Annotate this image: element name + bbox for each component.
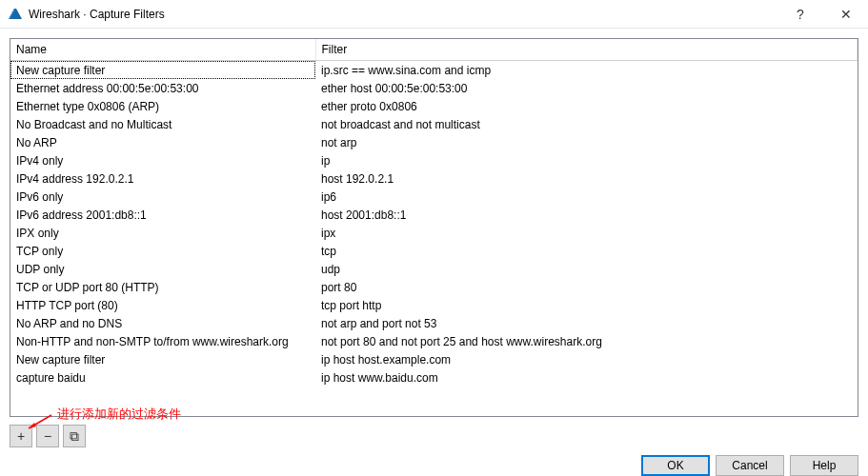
table-row[interactable]: IPv6 address 2001:db8::1host 2001:db8::1 (10, 206, 858, 224)
column-header-name[interactable]: Name (10, 39, 315, 61)
window-title: Wireshark · Capture Filters (29, 8, 786, 21)
table-row[interactable]: No ARP and no DNSnot arp and port not 53 (10, 314, 858, 332)
table-row[interactable]: IPv4 address 192.0.2.1host 192.0.2.1 (10, 169, 858, 188)
filters-table: Name Filter New capture filterip.src == … (10, 39, 858, 387)
table-row[interactable]: UDP onlyudp (10, 260, 858, 278)
filter-expr-cell[interactable]: not arp (315, 133, 858, 151)
table-row[interactable]: IPX onlyipx (10, 224, 858, 242)
column-header-filter[interactable]: Filter (315, 39, 858, 61)
table-row[interactable]: IPv4 onlyip (10, 151, 858, 169)
filter-expr-cell[interactable]: ip (315, 151, 858, 169)
table-row[interactable]: New capture filterip host host.example.c… (10, 350, 858, 368)
filter-name-cell[interactable]: New capture filter (10, 350, 315, 368)
filter-expr-cell[interactable]: not port 80 and not port 25 and host www… (315, 332, 858, 350)
table-row[interactable]: TCP or UDP port 80 (HTTP)port 80 (10, 278, 858, 296)
filter-name-cell[interactable]: No ARP (10, 133, 315, 151)
filter-expr-cell[interactable]: ether proto 0x0806 (315, 97, 858, 115)
close-icon[interactable]: ✕ (832, 7, 860, 22)
filter-expr-cell[interactable]: port 80 (315, 278, 858, 296)
filter-expr-cell[interactable]: host 2001:db8::1 (315, 206, 858, 224)
table-row[interactable]: No Broadcast and no Multicastnot broadca… (10, 115, 858, 133)
filter-name-cell[interactable]: No ARP and no DNS (10, 314, 315, 332)
filter-expr-cell[interactable]: tcp port http (315, 296, 858, 314)
filter-name-cell[interactable]: IPv6 address 2001:db8::1 (10, 206, 315, 224)
table-row[interactable]: Ethernet address 00:00:5e:00:53:00ether … (10, 79, 858, 97)
table-row[interactable]: Non-HTTP and non-SMTP to/from www.wiresh… (10, 332, 858, 350)
titlebar: Wireshark · Capture Filters ? ✕ (0, 0, 868, 29)
filter-expr-cell[interactable]: ip.src == www.sina.com and icmp (315, 61, 858, 80)
filter-expr-cell[interactable]: ip6 (315, 188, 858, 206)
table-row[interactable]: IPv6 onlyip6 (10, 188, 858, 206)
toolbar: + − ⧉ 进行添加新的过滤条件 (0, 417, 868, 451)
filter-name-cell[interactable]: No Broadcast and no Multicast (10, 115, 315, 133)
table-row[interactable]: New capture filterip.src == www.sina.com… (10, 61, 858, 80)
remove-button[interactable]: − (36, 425, 59, 447)
table-row[interactable]: No ARPnot arp (10, 133, 858, 151)
filter-expr-cell[interactable]: ether host 00:00:5e:00:53:00 (315, 79, 858, 97)
filters-table-container: Name Filter New capture filterip.src == … (10, 38, 858, 417)
table-row[interactable]: HTTP TCP port (80)tcp port http (10, 296, 858, 314)
filter-name-cell[interactable]: New capture filter (10, 61, 315, 80)
filter-name-cell[interactable]: IPv4 address 192.0.2.1 (10, 169, 315, 188)
filter-name-cell[interactable]: IPv4 only (10, 151, 315, 169)
filter-expr-cell[interactable]: not arp and port not 53 (315, 314, 858, 332)
table-row[interactable]: Ethernet type 0x0806 (ARP)ether proto 0x… (10, 97, 858, 115)
content-area: Name Filter New capture filterip.src == … (0, 29, 868, 417)
table-row[interactable]: capture baiduip host www.baidu.com (10, 368, 858, 387)
filter-name-cell[interactable]: TCP only (10, 242, 315, 260)
help-icon[interactable]: ? (786, 7, 815, 22)
cancel-button[interactable]: Cancel (716, 455, 784, 476)
dialog-buttons: OK Cancel Help (0, 451, 868, 476)
filter-name-cell[interactable]: TCP or UDP port 80 (HTTP) (10, 278, 315, 296)
filter-expr-cell[interactable]: host 192.0.2.1 (315, 169, 858, 188)
filter-expr-cell[interactable]: not broadcast and not multicast (315, 115, 858, 133)
filter-expr-cell[interactable]: ip host www.baidu.com (315, 368, 858, 387)
copy-button[interactable]: ⧉ (63, 425, 86, 447)
add-button[interactable]: + (10, 425, 32, 447)
filter-name-cell[interactable]: IPX only (10, 224, 315, 242)
filter-expr-cell[interactable]: ipx (315, 224, 858, 242)
wireshark-icon (8, 7, 23, 22)
table-row[interactable]: TCP onlytcp (10, 242, 858, 260)
filter-expr-cell[interactable]: ip host host.example.com (315, 350, 858, 368)
filter-name-cell[interactable]: IPv6 only (10, 188, 315, 206)
help-button[interactable]: Help (790, 455, 858, 476)
filter-name-cell[interactable]: Non-HTTP and non-SMTP to/from www.wiresh… (10, 332, 315, 350)
filter-name-cell[interactable]: Ethernet address 00:00:5e:00:53:00 (10, 79, 315, 97)
filter-name-cell[interactable]: HTTP TCP port (80) (10, 296, 315, 314)
filter-name-cell[interactable]: Ethernet type 0x0806 (ARP) (10, 97, 315, 115)
filter-expr-cell[interactable]: udp (315, 260, 858, 278)
filter-name-cell[interactable]: capture baidu (10, 368, 315, 387)
filter-expr-cell[interactable]: tcp (315, 242, 858, 260)
filter-name-cell[interactable]: UDP only (10, 260, 315, 278)
ok-button[interactable]: OK (641, 455, 710, 476)
